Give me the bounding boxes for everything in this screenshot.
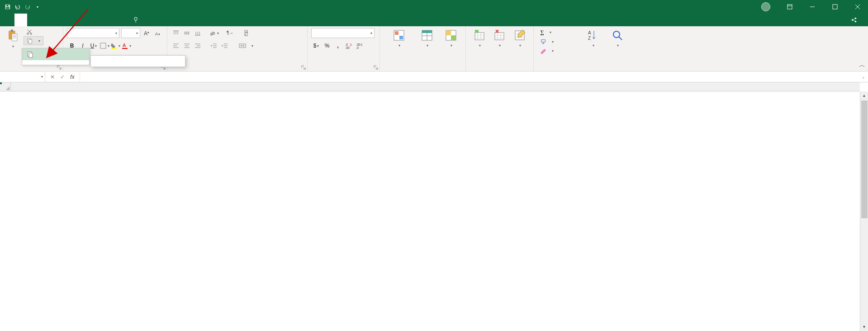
svg-text:Z: Z bbox=[588, 36, 591, 41]
close-button[interactable] bbox=[847, 0, 868, 14]
alignment-dialog-launcher[interactable] bbox=[301, 65, 306, 69]
insert-cells-button[interactable]: ▾ bbox=[470, 28, 489, 63]
svg-text:.00: .00 bbox=[356, 43, 360, 46]
tab-formulas[interactable] bbox=[52, 14, 65, 26]
number-dialog-launcher[interactable] bbox=[374, 65, 378, 69]
increase-indent-icon[interactable] bbox=[220, 41, 230, 51]
tab-insert[interactable] bbox=[27, 14, 40, 26]
svg-rect-15 bbox=[28, 39, 32, 43]
sort-filter-button[interactable]: AZ ▾ bbox=[581, 28, 605, 63]
find-select-button[interactable]: ▾ bbox=[605, 28, 630, 63]
scroll-down-icon[interactable]: ▼ bbox=[860, 323, 868, 331]
accounting-icon[interactable]: $▾ bbox=[311, 41, 321, 51]
tell-me[interactable] bbox=[133, 14, 143, 26]
border-icon[interactable]: ▾ bbox=[100, 41, 109, 51]
tab-view[interactable] bbox=[90, 14, 103, 26]
minimize-button[interactable] bbox=[802, 0, 823, 14]
decrease-font-icon[interactable]: A▾ bbox=[153, 28, 163, 38]
cancel-entry-icon[interactable]: ✕ bbox=[48, 72, 57, 82]
tab-review[interactable] bbox=[78, 14, 90, 26]
clipboard-dialog-launcher[interactable] bbox=[57, 65, 62, 69]
svg-rect-43 bbox=[451, 35, 456, 40]
copy-tooltip bbox=[90, 55, 185, 67]
orientation-icon[interactable]: ab▾ bbox=[209, 28, 219, 38]
undo-icon[interactable] bbox=[14, 4, 21, 10]
svg-rect-3 bbox=[833, 5, 837, 9]
qat-customize-icon[interactable]: ▾ bbox=[34, 4, 41, 10]
svg-rect-45 bbox=[475, 30, 479, 33]
svg-text:¶→: ¶→ bbox=[227, 30, 233, 35]
enter-entry-icon[interactable]: ✓ bbox=[58, 72, 67, 82]
fill-button[interactable]: ▾ bbox=[537, 38, 581, 46]
svg-text:▴: ▴ bbox=[147, 30, 149, 34]
formula-input[interactable] bbox=[80, 72, 859, 82]
expand-formula-bar-icon[interactable]: ⌄ bbox=[859, 72, 868, 82]
select-all-triangle[interactable] bbox=[0, 82, 11, 91]
ribbon-display-options-button[interactable] bbox=[779, 0, 800, 14]
tab-page-layout[interactable] bbox=[40, 14, 52, 26]
vertical-scrollbar[interactable]: ▲ ▼ bbox=[860, 91, 868, 331]
fx-icon[interactable]: fx bbox=[68, 72, 77, 82]
font-name-combo[interactable]: ▾ bbox=[67, 28, 119, 38]
fill-color-icon[interactable]: ▾ bbox=[110, 41, 120, 51]
percent-icon[interactable]: % bbox=[322, 41, 332, 51]
redo-icon[interactable] bbox=[24, 4, 31, 10]
conditional-formatting-button[interactable]: ▾ bbox=[384, 28, 414, 63]
collapse-ribbon-icon[interactable]: ︿ bbox=[859, 61, 865, 69]
align-middle-icon[interactable] bbox=[182, 28, 192, 38]
share-button[interactable] bbox=[843, 14, 868, 26]
svg-rect-11 bbox=[12, 34, 17, 41]
format-cells-button[interactable]: ▾ bbox=[510, 28, 530, 63]
copy-as-picture-menuitem[interactable] bbox=[22, 60, 89, 65]
tab-home[interactable] bbox=[14, 14, 27, 26]
autosum-button[interactable]: ∑▾ bbox=[537, 28, 581, 37]
align-center-icon[interactable] bbox=[182, 41, 192, 51]
worksheet-grid[interactable]: ▲ ▼ bbox=[0, 82, 868, 331]
tab-file[interactable] bbox=[0, 14, 14, 26]
clear-button[interactable]: ▾ bbox=[537, 47, 581, 55]
chevron-down-icon: ▾ bbox=[12, 44, 14, 48]
save-icon[interactable] bbox=[5, 4, 11, 10]
merge-center-button[interactable]: ▾ bbox=[236, 41, 256, 51]
group-alignment: ab▾ ¶→ abc ▾ bbox=[167, 26, 308, 71]
underline-icon[interactable]: U▾ bbox=[89, 41, 99, 51]
align-left-icon[interactable] bbox=[171, 41, 181, 51]
font-size-combo[interactable]: ▾ bbox=[121, 28, 140, 38]
maximize-button[interactable] bbox=[825, 0, 845, 14]
cells-container bbox=[11, 91, 860, 331]
formula-bar: ▾ ✕ ✓ fx ⌄ bbox=[0, 72, 868, 82]
scroll-thumb[interactable] bbox=[861, 101, 868, 218]
tab-foxit-pdf[interactable] bbox=[116, 14, 128, 26]
format-as-table-button[interactable]: ▾ bbox=[414, 28, 441, 63]
delete-cells-button[interactable]: ▾ bbox=[489, 28, 509, 63]
comma-icon[interactable]: , bbox=[333, 41, 343, 51]
copy-dropdown bbox=[22, 48, 90, 65]
name-box[interactable]: ▾ bbox=[0, 72, 45, 82]
align-right-icon[interactable] bbox=[193, 41, 203, 51]
copy-button[interactable]: ▾ bbox=[24, 36, 43, 45]
copy-menuitem[interactable] bbox=[22, 48, 89, 60]
cell-styles-button[interactable]: ▾ bbox=[440, 28, 462, 63]
svg-point-50 bbox=[613, 31, 620, 38]
wrap-text-button[interactable]: abc bbox=[242, 28, 256, 38]
avatar[interactable] bbox=[761, 2, 770, 11]
font-color-icon[interactable]: A▾ bbox=[121, 41, 131, 51]
scroll-up-icon[interactable]: ▲ bbox=[860, 91, 868, 100]
svg-point-6 bbox=[852, 19, 854, 21]
align-top-icon[interactable] bbox=[171, 28, 181, 38]
svg-text:A: A bbox=[144, 30, 147, 37]
group-clipboard: ▾ ▾ bbox=[0, 26, 63, 71]
decrease-indent-icon[interactable] bbox=[209, 41, 219, 51]
align-bottom-icon[interactable] bbox=[193, 28, 203, 38]
decrease-decimal-icon[interactable]: .00.0 bbox=[355, 41, 365, 51]
number-format-combo[interactable]: ▾ bbox=[311, 28, 375, 38]
cut-button[interactable] bbox=[24, 28, 43, 36]
tab-help[interactable] bbox=[103, 14, 116, 26]
ribbon-tabs bbox=[0, 14, 868, 26]
tab-data[interactable] bbox=[65, 14, 78, 26]
paste-button[interactable]: ▾ bbox=[4, 28, 22, 63]
ltr-icon[interactable]: ¶→ bbox=[225, 28, 235, 38]
svg-text:A: A bbox=[155, 32, 158, 36]
increase-font-icon[interactable]: A▴ bbox=[142, 28, 152, 38]
increase-decimal-icon[interactable]: .0.00 bbox=[344, 41, 354, 51]
